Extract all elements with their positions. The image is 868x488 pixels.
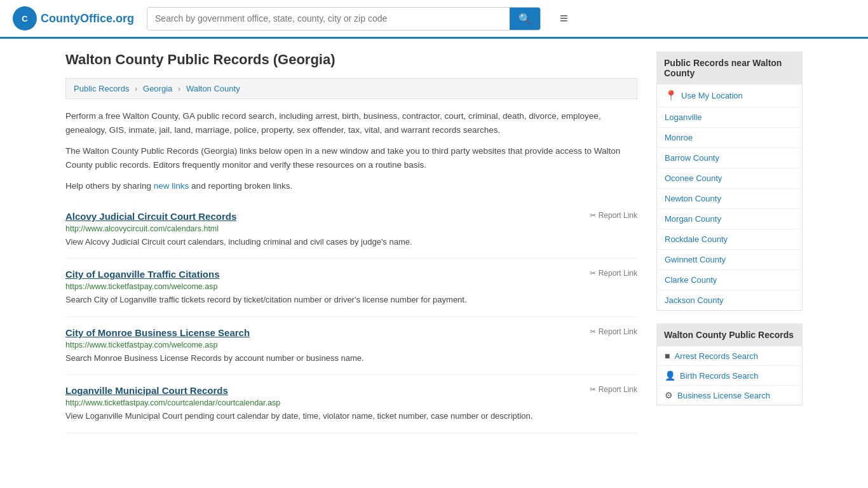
page-title: Walton County Public Records (Georgia) (65, 51, 637, 68)
location-pin-icon: 📍 (665, 90, 677, 102)
nearby-list: LoganvilleMonroeBarrow CountyOconee Coun… (657, 107, 802, 310)
nearby-item: Monroe (657, 128, 802, 148)
page-container: Walton County Public Records (Georgia) P… (53, 39, 815, 446)
record-desc: Search Monroe Business License Records b… (65, 352, 637, 365)
header: C CountyOffice.org 🔍 ≡ (0, 0, 868, 39)
record-entry: Loganville Municipal Court Records ✂ Rep… (65, 375, 637, 433)
nearby-item-link[interactable]: Monroe (665, 133, 693, 142)
record-url: http://www.ticketfastpay.com/courtcalend… (65, 398, 637, 407)
record-title[interactable]: City of Monroe Business License Search (65, 327, 250, 338)
nearby-item-link[interactable]: Newton County (665, 194, 721, 203)
description-3: Help others by sharing new links and rep… (65, 179, 637, 193)
sidebar-record-link[interactable]: Arrest Records Search (674, 351, 758, 361)
sidebar-records-list: ■Arrest Records Search👤Birth Records Sea… (656, 346, 803, 405)
record-header: City of Monroe Business License Search ✂… (65, 327, 637, 338)
record-header: Loganville Municipal Court Records ✂ Rep… (65, 385, 637, 396)
main-content: Walton County Public Records (Georgia) P… (65, 51, 637, 433)
report-link[interactable]: ✂ Report Link (590, 327, 637, 336)
record-title[interactable]: City of Loganville Traffic Citations (65, 269, 220, 280)
new-links[interactable]: new links (154, 181, 189, 191)
nearby-item-link[interactable]: Rockdale County (665, 234, 728, 244)
nearby-item: Morgan County (657, 209, 802, 229)
nearby-item-link[interactable]: Clarke County (665, 275, 717, 285)
nearby-item-link[interactable]: Oconee County (665, 173, 722, 183)
nearby-item: Jackson County (657, 290, 802, 310)
records-container: Alcovy Judicial Circuit Court Records ✂ … (65, 201, 637, 433)
record-desc: Search City of Loganville traffic ticket… (65, 294, 637, 306)
nearby-item: Barrow County (657, 148, 802, 168)
search-input[interactable] (147, 8, 510, 30)
sidebar-nearby-section: Public Records near Walton County 📍 Use … (656, 51, 803, 311)
record-entry: City of Monroe Business License Search ✂… (65, 317, 637, 376)
nearby-item-link[interactable]: Loganville (665, 112, 702, 122)
record-desc: View Alcovy Judicial Circuit court calen… (65, 236, 637, 248)
svg-text:C: C (22, 14, 28, 24)
nearby-item-link[interactable]: Jackson County (665, 295, 724, 305)
record-entry: City of Loganville Traffic Citations ✂ R… (65, 259, 637, 317)
nearby-item-link[interactable]: Gwinnett County (665, 255, 726, 264)
sidebar-record-item: ■Arrest Records Search (657, 346, 802, 366)
search-bar: 🔍 (147, 7, 541, 30)
nearby-item: Newton County (657, 189, 802, 209)
sidebar-nearby-list: 📍 Use My Location LoganvilleMonroeBarrow… (656, 85, 803, 311)
record-url: https://www.ticketfastpay.com/welcome.as… (65, 282, 637, 291)
record-desc: View Loganville Municipal Court pending … (65, 410, 637, 423)
record-entry: Alcovy Judicial Circuit Court Records ✂ … (65, 201, 637, 259)
sidebar-records-section: Walton County Public Records ■Arrest Rec… (656, 323, 803, 405)
report-link[interactable]: ✂ Report Link (590, 211, 637, 220)
sidebar-record-item: 👤Birth Records Search (657, 366, 802, 386)
sidebar-record-link[interactable]: Birth Records Search (680, 371, 759, 381)
sidebar-records-title: Walton County Public Records (656, 323, 803, 346)
sidebar-record-item: ⚙Business License Search (657, 386, 802, 405)
record-title[interactable]: Alcovy Judicial Circuit Court Records (65, 211, 236, 222)
nearby-item-link[interactable]: Morgan County (665, 214, 721, 224)
record-type-icon: 👤 (665, 370, 675, 381)
nearby-item-link[interactable]: Barrow County (665, 153, 719, 163)
description-1: Perform a free Walton County, GA public … (65, 109, 637, 137)
sidebar: Public Records near Walton County 📍 Use … (656, 51, 803, 433)
records-list: ■Arrest Records Search👤Birth Records Sea… (657, 346, 802, 405)
nearby-item: Gwinnett County (657, 250, 802, 270)
record-type-icon: ■ (665, 351, 670, 361)
nearby-item: Oconee County (657, 168, 802, 189)
logo-icon: C (13, 6, 37, 30)
breadcrumb: Public Records › Georgia › Walton County (65, 78, 637, 99)
logo[interactable]: C CountyOffice.org (13, 6, 134, 30)
nearby-item: Loganville (657, 107, 802, 128)
record-url: http://www.alcovycircuit.com/calendars.h… (65, 224, 637, 233)
report-link[interactable]: ✂ Report Link (590, 269, 637, 278)
record-type-icon: ⚙ (665, 390, 673, 400)
record-url: https://www.ticketfastpay.com/welcome.as… (65, 341, 637, 349)
breadcrumb-public-records[interactable]: Public Records (74, 84, 129, 93)
use-my-location-item[interactable]: 📍 Use My Location (657, 85, 802, 107)
logo-text: CountyOffice.org (41, 12, 134, 25)
record-title[interactable]: Loganville Municipal Court Records (65, 385, 228, 396)
sidebar-record-link[interactable]: Business License Search (677, 391, 770, 400)
report-link[interactable]: ✂ Report Link (590, 385, 637, 394)
record-header: City of Loganville Traffic Citations ✂ R… (65, 269, 637, 280)
nearby-item: Rockdale County (657, 229, 802, 250)
breadcrumb-georgia[interactable]: Georgia (143, 84, 172, 93)
breadcrumb-walton-county[interactable]: Walton County (186, 84, 240, 93)
use-my-location-label: Use My Location (681, 91, 743, 100)
menu-icon[interactable]: ≡ (560, 10, 568, 27)
description-2: The Walton County Public Records (Georgi… (65, 144, 637, 172)
record-header: Alcovy Judicial Circuit Court Records ✂ … (65, 211, 637, 222)
search-button[interactable]: 🔍 (510, 8, 540, 30)
nearby-item: Clarke County (657, 270, 802, 290)
sidebar-nearby-title: Public Records near Walton County (656, 51, 803, 85)
